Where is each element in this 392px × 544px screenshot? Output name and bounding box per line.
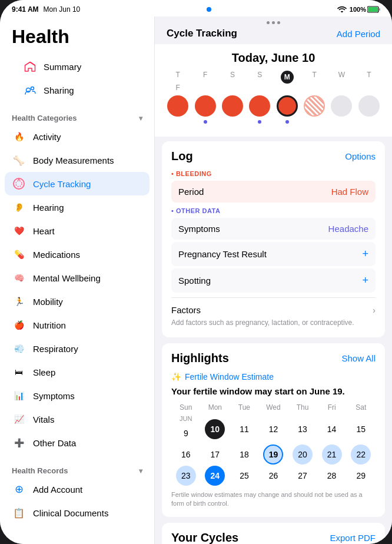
cycle-day-4[interactable] xyxy=(249,95,270,117)
sidebar-item-sharing[interactable]: Sharing xyxy=(12,78,142,102)
sidebar-item-clinical-documents[interactable]: 📋 Clinical Documents xyxy=(0,501,154,525)
period-label: Period xyxy=(178,187,204,197)
dot-2 xyxy=(272,21,275,24)
cal-day-11[interactable]: 11 xyxy=(234,419,254,439)
sidebar-item-other-data[interactable]: ➕ Other Data xyxy=(0,431,154,455)
cal-day-24[interactable]: 24 xyxy=(205,466,225,486)
cal-day-17[interactable]: 17 xyxy=(205,445,225,465)
heart-icon: ❤️ xyxy=(12,224,26,238)
battery-icon: 100% xyxy=(350,6,380,13)
sidebar-item-label: Summary xyxy=(44,62,81,72)
status-time: 9:41 AM xyxy=(12,5,39,14)
cycle-day-1[interactable] xyxy=(167,95,188,117)
sidebar-item-medications[interactable]: 💊 Medications xyxy=(0,243,154,266)
options-button[interactable]: Options xyxy=(345,151,376,161)
fertile-disclaimer: Fertile window estimates may change and … xyxy=(171,490,376,509)
period-row[interactable]: Period Had Flow xyxy=(171,181,376,203)
cal-day-27[interactable]: 27 xyxy=(293,466,313,486)
content-title-bar: Cycle Tracking Add Period xyxy=(155,24,392,44)
symptoms-label: Symptoms xyxy=(178,224,220,234)
factors-label: Factors xyxy=(171,305,201,315)
log-header: Log Options xyxy=(171,150,376,163)
sidebar-item-label: Clinical Documents xyxy=(33,508,108,518)
cal-day-25[interactable]: 25 xyxy=(234,466,254,486)
fertile-description: Your fertile window may start on June 19… xyxy=(171,386,376,396)
sidebar-item-summary[interactable]: Summary xyxy=(12,55,142,78)
cal-day-28[interactable]: 28 xyxy=(322,466,342,486)
cycle-day-3[interactable] xyxy=(222,95,243,117)
dot-indicators-row xyxy=(164,120,383,124)
health-categories-header: Health Categories ▾ xyxy=(0,107,154,125)
sidebar-item-label: Nutrition xyxy=(33,320,66,330)
sidebar-item-mental-wellbeing[interactable]: 🧠 Mental Wellbeing xyxy=(0,266,154,290)
sidebar-item-symptoms[interactable]: 📊 Symptoms xyxy=(0,384,154,407)
ellipsis-menu[interactable] xyxy=(267,21,280,24)
cal-day-9[interactable]: 9 xyxy=(176,423,196,443)
sidebar-item-label: Mobility xyxy=(33,297,63,307)
cal-day-13[interactable]: 13 xyxy=(293,419,313,439)
hearing-icon: 👂 xyxy=(12,200,26,214)
cycle-day-today[interactable] xyxy=(277,95,298,117)
cal-day-19[interactable]: 19 xyxy=(263,445,283,465)
cycle-day-predicted[interactable] xyxy=(304,95,325,117)
add-account-icon: ⊕ xyxy=(12,482,26,496)
cycle-day-empty-2[interactable] xyxy=(358,95,380,117)
factors-row[interactable]: Factors › xyxy=(171,297,376,317)
cal-day-15[interactable]: 15 xyxy=(351,419,371,439)
svg-point-6 xyxy=(16,181,22,187)
sidebar-item-hearing[interactable]: 👂 Hearing xyxy=(0,195,154,219)
sidebar-item-nutrition[interactable]: 🍎 Nutrition xyxy=(0,313,154,337)
pregnancy-test-row[interactable]: Pregnancy Test Result + xyxy=(171,242,376,266)
symptoms-icon: 📊 xyxy=(12,389,26,403)
summary-icon xyxy=(24,60,36,73)
mobility-icon: 🏃 xyxy=(12,294,26,309)
spotting-label: Spotting xyxy=(178,276,211,286)
cal-day-22[interactable]: 22 xyxy=(351,445,371,465)
highlights-section: Highlights Show All ✨ Fertile Window Est… xyxy=(162,343,385,517)
cal-day-20[interactable]: 20 xyxy=(293,445,313,465)
cal-day-14[interactable]: 14 xyxy=(322,419,342,439)
respiratory-icon: 💨 xyxy=(12,341,26,356)
svg-point-4 xyxy=(31,87,34,90)
symptoms-row[interactable]: Symptoms Headache xyxy=(171,218,376,240)
sidebar-item-body-measurements[interactable]: 🦴 Body Measurements xyxy=(0,148,154,172)
sidebar-item-label: Body Measurements xyxy=(33,155,114,165)
sidebar-item-label: Activity xyxy=(33,132,61,142)
sidebar-item-cycle-tracking[interactable]: Cycle Tracking xyxy=(5,172,150,195)
status-bar: 9:41 AM Mon Jun 10 100% xyxy=(0,0,392,16)
cycle-day-empty-1[interactable] xyxy=(331,95,352,117)
cal-day-12[interactable]: 12 xyxy=(263,419,283,439)
cal-day-21[interactable]: 21 xyxy=(322,445,342,465)
show-all-button[interactable]: Show All xyxy=(341,353,376,363)
sidebar-item-sleep[interactable]: 🛏 Sleep xyxy=(0,360,154,384)
bleeding-label: • BLEEDING xyxy=(171,170,376,177)
other-data-label: • OTHER DATA xyxy=(171,207,376,214)
clinical-docs-icon: 📋 xyxy=(12,506,26,520)
sidebar: Health Summary Sharing Hea xyxy=(0,16,155,544)
cal-day-18[interactable]: 18 xyxy=(234,445,254,465)
day-labels-row: T F S S M T W T F xyxy=(164,71,383,92)
sidebar-item-respiratory[interactable]: 💨 Respiratory xyxy=(0,337,154,360)
sidebar-item-activity[interactable]: 🔥 Activity xyxy=(0,125,154,148)
sidebar-item-heart[interactable]: ❤️ Heart xyxy=(0,219,154,243)
cal-day-26[interactable]: 26 xyxy=(263,466,283,486)
cycle-day-2[interactable] xyxy=(195,95,216,117)
cal-day-10[interactable]: 10 xyxy=(205,419,225,439)
vitals-icon: 📈 xyxy=(12,412,26,426)
sidebar-item-label: Hearing xyxy=(33,203,64,213)
sidebar-item-mobility[interactable]: 🏃 Mobility xyxy=(0,290,154,313)
sidebar-item-label: Mental Wellbeing xyxy=(33,273,101,283)
add-period-button[interactable]: Add Period xyxy=(337,29,380,39)
cal-day-29[interactable]: 29 xyxy=(351,466,371,486)
cal-day-16[interactable]: 16 xyxy=(176,445,196,465)
export-pdf-button[interactable]: Export PDF xyxy=(330,533,376,543)
sidebar-item-add-account[interactable]: ⊕ Add Account xyxy=(0,477,154,501)
activity-icon: 🔥 xyxy=(12,130,26,144)
sidebar-item-label: Symptoms xyxy=(33,391,75,401)
sidebar-item-vitals[interactable]: 📈 Vitals xyxy=(0,407,154,431)
sleep-icon: 🛏 xyxy=(12,365,26,379)
highlights-title: Highlights xyxy=(171,351,229,365)
cal-day-23[interactable]: 23 xyxy=(176,466,196,486)
spotting-row[interactable]: Spotting + xyxy=(171,268,376,293)
fertile-badge: ✨ Fertile Window Estimate xyxy=(171,372,376,382)
